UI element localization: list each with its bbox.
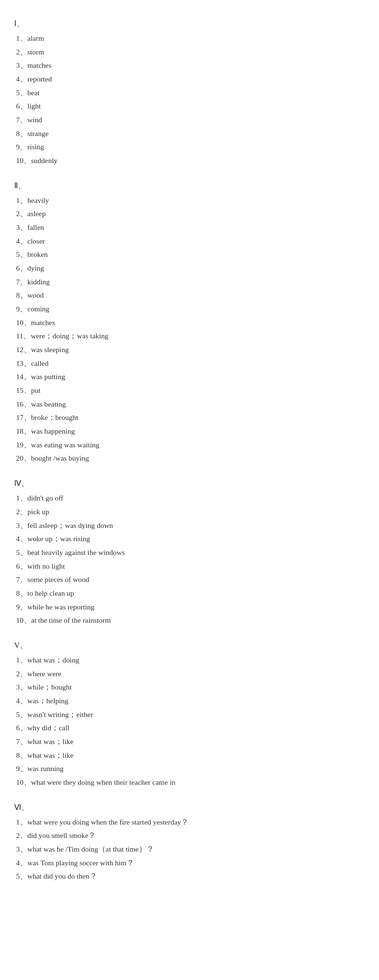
list-item: 4、woke up；was rising <box>14 532 370 546</box>
section-VI: Ⅵ、1、what were you doing when the fire st… <box>14 803 370 883</box>
list-item: 5、what did you do then？ <box>14 870 370 883</box>
list-item: 18、was happening <box>14 425 370 438</box>
list-item: 6、light <box>14 100 370 113</box>
list-item: 1、what were you doing when the fire star… <box>14 816 370 829</box>
section-IV-title: Ⅳ、 <box>14 479 370 489</box>
list-item: 2、pick up <box>14 505 370 519</box>
list-item: 10、matches <box>14 316 370 330</box>
list-item: 3、what was he /Tim doing（at that time）？ <box>14 843 370 856</box>
list-item: 10、at the time of the rainstorm <box>14 614 370 627</box>
list-item: 10、suddenly <box>14 154 370 168</box>
list-item: 11、were；doing；was taking <box>14 329 370 343</box>
list-item: 2、did you smell smoke？ <box>14 829 370 843</box>
list-item: 1、alarm <box>14 32 370 45</box>
list-item: 9、was running <box>14 762 370 776</box>
list-item: 20、bought /was buying <box>14 452 370 465</box>
list-item: 13、called <box>14 357 370 371</box>
list-item: 3、fell asleep；was dying down <box>14 519 370 533</box>
list-item: 4、was Tom playing soccer with him？ <box>14 856 370 870</box>
list-item: 6、dying <box>14 262 370 275</box>
list-item: 5、broken <box>14 248 370 262</box>
list-item: 12、was sleeping <box>14 343 370 357</box>
list-item: 4、closer <box>14 235 370 248</box>
list-item: 7、wind <box>14 113 370 127</box>
list-item: 2、storm <box>14 45 370 59</box>
list-item: 8、strange <box>14 127 370 141</box>
section-II: Ⅱ、1、heavily2、asleep3、fallen4、closer5、bro… <box>14 181 370 465</box>
list-item: 8、what was；like <box>14 749 370 762</box>
list-item: 3、matches <box>14 59 370 73</box>
list-item: 10、what were they doing when their teach… <box>14 776 370 789</box>
list-item: 7、some pieces of wood <box>14 573 370 587</box>
list-item: 9、while he was reporting <box>14 600 370 614</box>
list-item: 2、asleep <box>14 207 370 221</box>
list-item: 6、why did；call <box>14 721 370 735</box>
section-V-title: V、 <box>14 641 370 651</box>
list-item: 1、heavily <box>14 194 370 208</box>
list-item: 8、to help clean up <box>14 587 370 600</box>
list-item: 9、rising <box>14 140 370 154</box>
section-IV: Ⅳ、1、didn't go off2、pick up3、fell asleep；… <box>14 479 370 627</box>
list-item: 5、beat <box>14 86 370 100</box>
section-I-title: Ⅰ、 <box>14 19 370 29</box>
list-item: 1、didn't go off <box>14 491 370 505</box>
section-VI-title: Ⅵ、 <box>14 803 370 813</box>
list-item: 4、reported <box>14 73 370 86</box>
section-II-title: Ⅱ、 <box>14 181 370 191</box>
list-item: 3、fallen <box>14 221 370 235</box>
list-item: 2、where were <box>14 667 370 681</box>
list-item: 19、was eating was waiting <box>14 438 370 452</box>
list-item: 4、was；helping <box>14 694 370 708</box>
list-item: 8、wood <box>14 289 370 302</box>
list-item: 15、put <box>14 384 370 398</box>
list-item: 6、with no light <box>14 560 370 573</box>
list-item: 5、beat heavily against the windows <box>14 546 370 560</box>
list-item: 17、broke；brought <box>14 411 370 425</box>
list-item: 3、while；bought <box>14 681 370 694</box>
list-item: 5、wasn't writing；either <box>14 708 370 722</box>
list-item: 1、what was；doing <box>14 653 370 667</box>
section-V: V、1、what was；doing2、where were3、while；bo… <box>14 641 370 789</box>
list-item: 7、what was；like <box>14 735 370 749</box>
list-item: 9、coming <box>14 302 370 316</box>
list-item: 16、was beating <box>14 398 370 411</box>
list-item: 14、was putting <box>14 370 370 384</box>
list-item: 7、kidding <box>14 275 370 289</box>
section-I: Ⅰ、1、alarm2、storm3、matches4、reported5、bea… <box>14 19 370 168</box>
